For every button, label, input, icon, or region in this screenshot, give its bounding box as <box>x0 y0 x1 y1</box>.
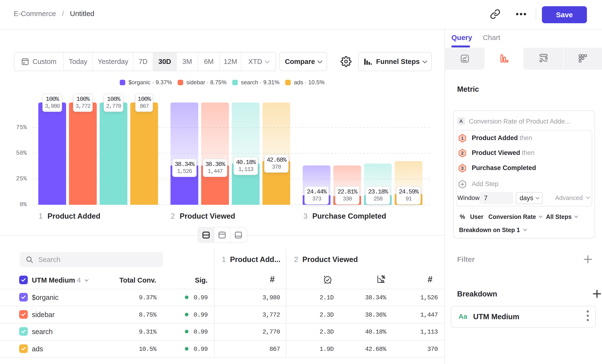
svg-text:3: 3 <box>461 166 463 171</box>
svg-text:1: 1 <box>461 136 463 141</box>
svg-text:2: 2 <box>461 151 463 156</box>
